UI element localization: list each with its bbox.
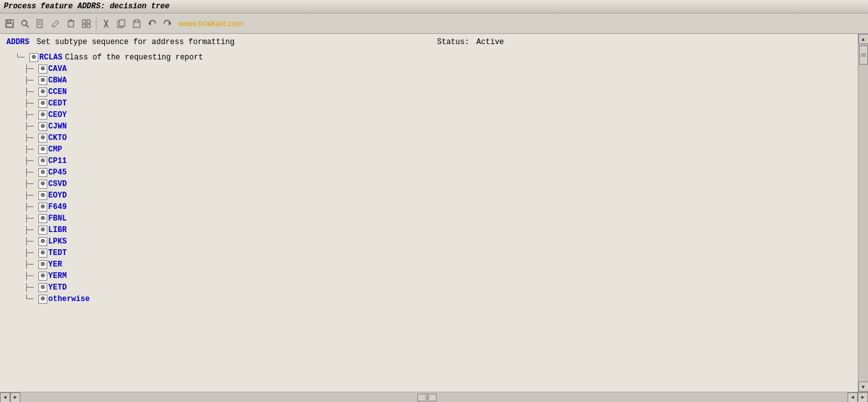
branch-cedt: ├─ (24, 98, 38, 109)
node-label-cjwn: CJWN (49, 121, 67, 132)
branch-csvd: ├─ (24, 178, 38, 190)
tree-node-ceoy: ├─ ⊕CEOY (24, 109, 851, 121)
scroll-right-left-button[interactable]: ► (10, 392, 20, 403)
paste-button[interactable] (130, 17, 144, 31)
expand-icon-ckto[interactable]: ⊕ (38, 134, 47, 143)
node-label-ccen: CCEN (49, 86, 67, 98)
expand-icon-yerm[interactable]: ⊕ (38, 272, 47, 281)
expand-icon-cbwa[interactable]: ⊕ (38, 76, 47, 85)
tree-node-ckto: ├─ ⊕CKTO (24, 132, 851, 144)
svg-rect-2 (6, 24, 13, 27)
grip-line-3 (861, 56, 866, 57)
branch-cmp: ├─ (24, 144, 38, 155)
branch-lpks: ├─ (24, 236, 38, 247)
expand-icon-cp45[interactable]: ⊕ (38, 168, 47, 177)
cut-button[interactable] (99, 17, 113, 31)
branch-libr: ├─ (24, 224, 38, 236)
status-label: Status: (437, 38, 469, 47)
node-label-cp45: CP45 (49, 167, 67, 178)
branch-tedt: ├─ (24, 247, 38, 259)
expand-icon-cmp[interactable]: ⊕ (38, 145, 47, 154)
node-label-cedt: CEDT (49, 98, 67, 109)
expand-icon-tedt[interactable]: ⊕ (38, 249, 47, 258)
expand-icon-fbnl[interactable]: ⊕ (38, 214, 47, 223)
tree-node-cedt: ├─ ⊕CEDT (24, 98, 851, 109)
undo-button[interactable] (145, 17, 159, 31)
scroll-right-next-button[interactable]: ► (858, 392, 868, 403)
tree-node-cjwn: ├─ ⊕CJWN (24, 121, 851, 132)
watermark-text: www.trialkart.com (178, 19, 244, 28)
scroll-track (858, 44, 868, 382)
node-label-tedt: TEDT (49, 247, 67, 259)
node-label-fbnl: FBNL (49, 213, 67, 224)
svg-line-4 (26, 25, 29, 27)
copy-button[interactable] (114, 17, 128, 31)
tree-node-lpks: ├─ ⊕LPKS (24, 236, 851, 247)
scroll-grip (861, 54, 866, 57)
svg-rect-14 (87, 24, 90, 27)
node-label-cmp: CMP (49, 144, 63, 155)
branch-ceoy: ├─ (24, 109, 38, 121)
tree-node-eoyd: ├─ ⊕EOYD (24, 190, 851, 201)
bottom-right-arrows: ◄ ► (848, 392, 868, 403)
edit-button[interactable] (49, 17, 63, 31)
delete-button[interactable] (64, 17, 78, 31)
expand-icon-ceoy[interactable]: ⊕ (38, 111, 47, 120)
expand-icon-cava[interactable]: ⊕ (38, 65, 47, 73)
tree-children: ├─ ⊕CAVA├─ ⊕CBWA├─ ⊕CCEN├─ ⊕CEDT├─ ⊕CEOY… (6, 63, 851, 305)
node-label-yer: YER (49, 259, 63, 270)
find-button[interactable] (18, 17, 32, 31)
save-button[interactable] (3, 17, 17, 31)
status-value: Active (476, 38, 504, 47)
title-bar: Process feature ADDRS: decision tree (0, 0, 868, 13)
bottom-scroll-thumb[interactable] (417, 394, 437, 401)
tree-branch-rclas: └─ (15, 52, 29, 63)
content-area: ADDRS Set subtype sequence for address f… (0, 34, 858, 392)
node-desc-rclas: Class of the requesting report (65, 52, 203, 63)
tree-node-rclas: └─ ⊕ RCLAS Class of the requesting repor… (15, 52, 851, 63)
node-label-cp11: CP11 (49, 155, 67, 167)
branch-ccen: ├─ (24, 86, 38, 98)
grip-line-2 (861, 55, 866, 56)
scroll-up-button[interactable]: ▲ (858, 34, 869, 44)
config-button[interactable] (79, 17, 93, 31)
expand-icon-otherwise[interactable]: ⊕ (38, 295, 47, 304)
expand-icon-rclas[interactable]: ⊕ (29, 53, 38, 62)
expand-icon-eoyd[interactable]: ⊕ (38, 191, 47, 200)
tree-node-cmp: ├─ ⊕CMP (24, 144, 851, 155)
svg-rect-20 (135, 20, 139, 22)
branch-eoyd: ├─ (24, 190, 38, 201)
tree-node-tedt: ├─ ⊕TEDT (24, 247, 851, 259)
node-label-yerm: YERM (49, 270, 67, 282)
expand-icon-cp11[interactable]: ⊕ (38, 157, 47, 166)
expand-icon-yetd[interactable]: ⊕ (38, 283, 47, 292)
bottom-scroll-track (20, 393, 848, 402)
branch-ckto: ├─ (24, 132, 38, 144)
new-button[interactable] (33, 17, 47, 31)
scroll-left-button[interactable]: ◄ (0, 392, 10, 403)
tree-node-yer: ├─ ⊕YER (24, 259, 851, 270)
expand-icon-csvd[interactable]: ⊕ (38, 180, 47, 189)
svg-rect-5 (37, 20, 42, 27)
expand-icon-f649[interactable]: ⊕ (38, 203, 47, 212)
branch-cava: ├─ (24, 63, 38, 75)
grip-vline-2 (427, 395, 428, 400)
expand-icon-lpks[interactable]: ⊕ (38, 237, 47, 246)
tree-node-cp11: ├─ ⊕CP11 (24, 155, 851, 167)
right-scrollbar: ▲ ▼ (858, 34, 868, 392)
tree-node-cava: ├─ ⊕CAVA (24, 63, 851, 75)
expand-icon-cedt[interactable]: ⊕ (38, 99, 47, 108)
scroll-down-button[interactable]: ▼ (858, 382, 869, 392)
expand-icon-yer[interactable]: ⊕ (38, 260, 47, 269)
tree-node-ccen: ├─ ⊕CCEN (24, 86, 851, 98)
redo-button[interactable] (160, 17, 174, 31)
expand-icon-libr[interactable]: ⊕ (38, 226, 47, 235)
separator-1 (96, 17, 97, 30)
main-area: ADDRS Set subtype sequence for address f… (0, 34, 868, 392)
scroll-right-prev-button[interactable]: ◄ (848, 392, 858, 403)
tree-node-yetd: ├─ ⊕YETD (24, 282, 851, 293)
node-label-rclas: RCLAS (40, 52, 63, 63)
expand-icon-ccen[interactable]: ⊕ (38, 88, 47, 97)
scroll-thumb[interactable] (859, 45, 868, 65)
expand-icon-cjwn[interactable]: ⊕ (38, 122, 47, 131)
